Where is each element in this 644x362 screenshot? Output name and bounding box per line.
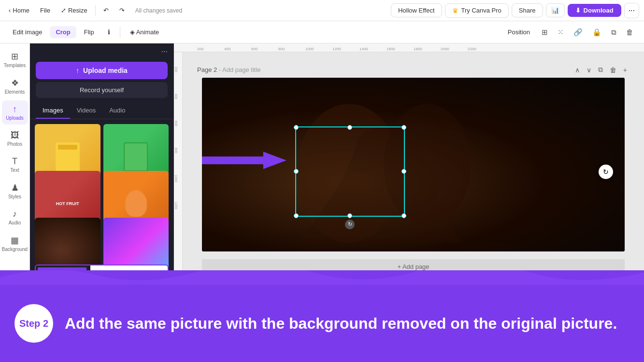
ruler-mark: 1400 [359, 47, 368, 51]
auto-save-label: All changes saved [135, 7, 182, 14]
ruler-mark: 1800 [414, 47, 422, 51]
duplicate-button[interactable]: ⧉ [607, 26, 620, 39]
ruler-mark: 200 [197, 47, 203, 51]
step-text: Add the same picture with the background… [65, 314, 617, 333]
sidebar-item-elements[interactable]: ❖ Elements [2, 74, 28, 98]
dots-grid-icon: ⁙ [558, 28, 564, 36]
redo-button[interactable]: ↷ [115, 5, 129, 16]
crop-handle-mid-left[interactable] [294, 169, 299, 174]
duplicate-icon: ⧉ [611, 28, 616, 36]
copy-page-button[interactable]: ⧉ [596, 65, 605, 75]
record-yourself-button[interactable]: Record yourself [36, 82, 168, 98]
templates-label: Templates [4, 63, 26, 68]
crop-selection[interactable]: ↻ [295, 126, 405, 217]
canvas-background: ↻ [202, 78, 625, 251]
home-label: Home [13, 7, 29, 14]
lock-button[interactable]: 🔒 [588, 26, 605, 39]
top-navbar: ‹ Home File ⤢ Resize ↶ ↷ All changes sav… [0, 0, 644, 21]
dots-grid-button[interactable]: ⁙ [554, 26, 568, 39]
ruler-mark: 2000 [441, 47, 449, 51]
sidebar-item-audio[interactable]: ♪ Audio [2, 205, 28, 229]
templates-icon: ⊞ [11, 51, 18, 62]
sidebar-item-text[interactable]: T Text [2, 153, 28, 177]
nav-divider [95, 5, 96, 16]
arrow-overlay [202, 151, 286, 170]
more-options-button[interactable]: ··· [624, 3, 639, 18]
tab-videos[interactable]: Videos [70, 103, 103, 119]
tab-images[interactable]: Images [36, 103, 70, 119]
crop-handle-bottom-right[interactable] [401, 213, 406, 218]
lock-icon: 🔒 [592, 28, 601, 36]
uploads-label: Uploads [6, 115, 24, 121]
panel-top-row: ··· [30, 43, 173, 57]
share-button[interactable]: Share [512, 3, 543, 17]
image-toolbar: Edit image Crop Flip ℹ ◈ Animate Positio… [0, 21, 644, 43]
collapse-button[interactable]: ∧ [572, 65, 582, 75]
ruler-mark: 1200 [332, 47, 341, 51]
info-button[interactable]: ℹ [102, 26, 116, 38]
download-label: Download [584, 7, 614, 14]
crop-handle-top-mid[interactable] [347, 125, 352, 130]
flip-button[interactable]: Flip [78, 26, 100, 38]
download-button[interactable]: ⬇ Download [568, 4, 621, 17]
step-circle: Step 2 [14, 304, 53, 343]
sidebar-item-background[interactable]: ▦ Background [2, 231, 28, 256]
crown-icon: ♛ [452, 7, 458, 14]
expand-button[interactable]: ∨ [584, 65, 594, 75]
ruler-mark: 400 [224, 47, 230, 51]
tab-audio[interactable]: Audio [102, 103, 132, 119]
page-number: Page 2 [197, 66, 217, 73]
ruler-mark: 1000 [305, 47, 314, 51]
grid-align-button[interactable]: ⊞ [538, 26, 552, 39]
edit-image-button[interactable]: Edit image [7, 26, 48, 38]
step-content: Step 2 Add the same picture with the bac… [0, 285, 644, 362]
elements-label: Elements [5, 89, 25, 95]
upload-media-label: Upload media [83, 67, 128, 74]
photos-label: Photos [7, 141, 22, 147]
animate-button[interactable]: ◈ Animate [124, 26, 165, 38]
crop-label: Crop [56, 28, 70, 36]
sidebar-item-photos[interactable]: 🖼 Photos [2, 126, 28, 151]
crop-handle-top-left[interactable] [294, 125, 299, 130]
upload-media-button[interactable]: ↑ Upload media [36, 62, 168, 79]
hollow-effect-button[interactable]: Hollow Effect [391, 3, 442, 17]
try-canva-pro-button[interactable]: ♛ Try Canva Pro [445, 3, 509, 18]
crop-button[interactable]: Crop [50, 26, 76, 38]
panel-tabs: Images Videos Audio [30, 103, 173, 119]
ruler-mark: 2200 [468, 47, 476, 51]
wave-decoration [0, 270, 644, 285]
home-button[interactable]: ‹ Home [5, 5, 33, 16]
crop-handle-top-right[interactable] [401, 125, 406, 130]
sidebar-item-styles[interactable]: ♟ Styles [2, 179, 28, 203]
audio-label: Audio [9, 220, 21, 225]
animate-icon: ◈ [130, 28, 135, 36]
add-page-label: + Add page [397, 263, 429, 270]
add-section-button[interactable]: + [621, 65, 630, 75]
refresh-icon: ↻ [603, 168, 609, 176]
canvas-refresh-button[interactable]: ↻ [599, 165, 613, 179]
crop-handle-bottom-left[interactable] [294, 213, 299, 218]
delete-page-button[interactable]: 🗑 [607, 65, 619, 75]
sidebar-item-templates[interactable]: ⊞ Templates [2, 47, 28, 72]
design-canvas[interactable]: ↻ ↻ [202, 78, 625, 251]
sidebar-item-uploads[interactable]: ↑ Uploads [2, 100, 28, 125]
photos-icon: 🖼 [11, 130, 19, 140]
ruler-mark: 1600 [386, 47, 395, 51]
undo-button[interactable]: ↶ [100, 5, 113, 16]
resize-button[interactable]: ⤢ Resize [57, 5, 91, 16]
page-add-title[interactable]: - Add page title [219, 66, 261, 73]
chevron-left-icon: ‹ [9, 7, 11, 14]
file-button[interactable]: File [36, 5, 54, 16]
panel-more-button[interactable]: ··· [161, 47, 168, 56]
delete-button[interactable]: 🗑 [622, 26, 637, 39]
info-icon: ℹ [108, 28, 110, 36]
link-button[interactable]: 🔗 [570, 26, 587, 39]
audio-icon: ♪ [13, 209, 17, 219]
page-header: Page 2 - Add page title ∧ ∨ ⧉ 🗑 + [192, 62, 634, 78]
resize-label: Resize [68, 7, 87, 14]
ruler-top: 200 400 600 800 1000 1200 1400 1600 1800… [174, 43, 644, 52]
analytics-button[interactable]: 📊 [546, 3, 565, 17]
styles-label: Styles [8, 194, 21, 199]
position-button[interactable]: Position [502, 26, 536, 38]
toolbar-separator [120, 27, 120, 38]
